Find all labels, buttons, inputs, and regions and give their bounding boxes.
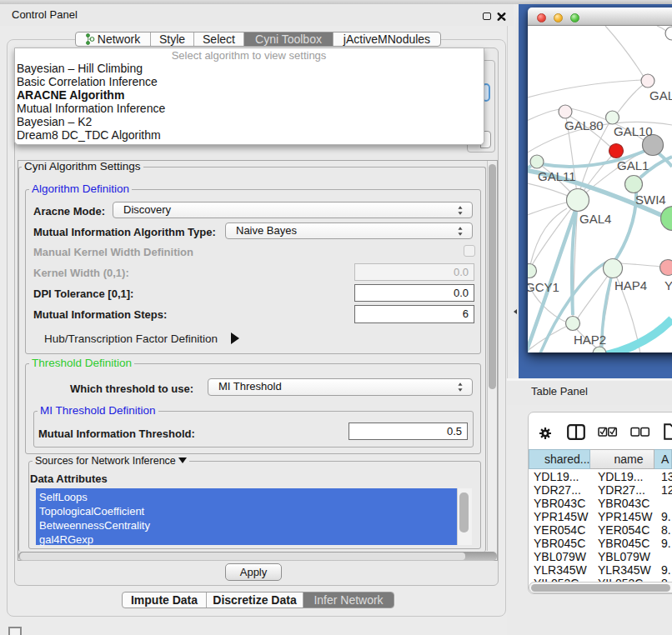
svg-text:GAL80: GAL80 bbox=[564, 118, 604, 132]
svg-text:Y: Y bbox=[664, 278, 672, 292]
svg-text:GAL10: GAL10 bbox=[614, 124, 653, 138]
svg-text:GAL1: GAL1 bbox=[617, 158, 649, 172]
svg-text:GAL: GAL bbox=[649, 88, 672, 102]
svg-text:HAP2: HAP2 bbox=[574, 332, 606, 347]
svg-text:GAL4: GAL4 bbox=[579, 212, 611, 226]
svg-text:SWI4: SWI4 bbox=[635, 192, 666, 207]
svg-text:GCY1: GCY1 bbox=[528, 280, 559, 294]
svg-text:GAL11: GAL11 bbox=[538, 169, 576, 183]
svg-text:HAP4: HAP4 bbox=[614, 278, 647, 292]
